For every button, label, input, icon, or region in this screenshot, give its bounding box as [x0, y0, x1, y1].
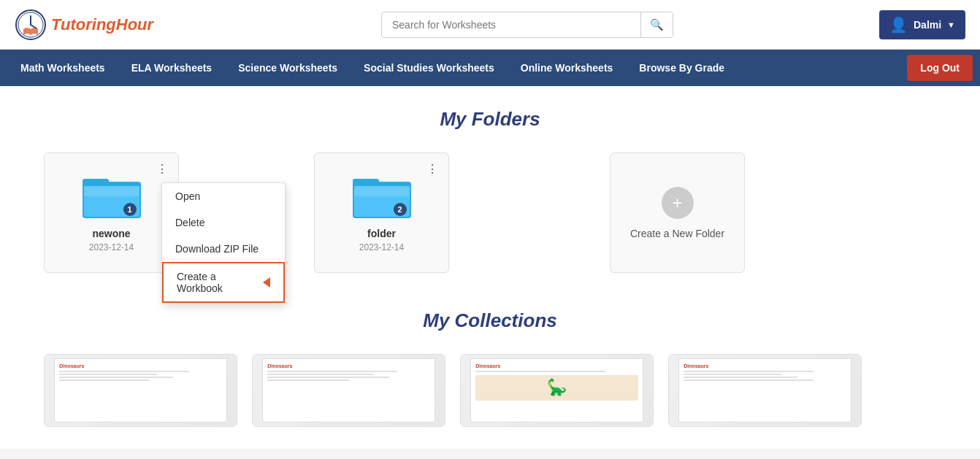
- context-menu-delete[interactable]: Delete: [162, 209, 285, 236]
- svg-rect-11: [354, 186, 410, 196]
- nav-item-science[interactable]: Science Worksheets: [225, 50, 351, 86]
- folder-name-1: newone: [92, 228, 130, 239]
- folder-badge-2: 2: [394, 203, 407, 216]
- collection-card-3[interactable]: Dinosaurs 🦕: [460, 354, 654, 427]
- worksheet-thumb-2: Dinosaurs: [262, 358, 435, 423]
- nav-item-ela[interactable]: ELA Worksheets: [118, 50, 225, 86]
- collections-row: Dinosaurs Dinosaurs: [44, 354, 936, 427]
- context-menu-workbook[interactable]: Create a Workbook: [162, 262, 285, 303]
- search-wrapper: 🔍: [381, 12, 673, 38]
- folder-card-2[interactable]: ⋮ 2 folder 2023-12-14: [314, 153, 449, 273]
- worksheet-thumb-3: Dinosaurs 🦕: [470, 358, 643, 423]
- user-icon: 👤: [889, 16, 908, 34]
- collection-inner-1: Dinosaurs: [45, 355, 237, 426]
- my-folders-section: My Folders ⋮ 1 newone 2023-12-14: [44, 108, 936, 273]
- workbook-arrow-icon: [263, 277, 270, 288]
- create-folder-card[interactable]: + Create a New Folder: [610, 153, 745, 273]
- worksheet-thumb-4: Dinosaurs: [678, 358, 851, 423]
- collection-inner-4: Dinosaurs: [669, 355, 861, 426]
- svg-rect-7: [84, 186, 139, 196]
- search-button[interactable]: 🔍: [640, 12, 673, 37]
- collection-inner-2: Dinosaurs: [253, 355, 445, 426]
- collections-title: My Collections: [44, 309, 936, 332]
- collection-card-2[interactable]: Dinosaurs: [252, 354, 445, 427]
- logo[interactable]: TutoringHour: [15, 9, 175, 41]
- logo-text: TutoringHour: [51, 15, 153, 34]
- search-input[interactable]: [382, 13, 640, 36]
- user-menu[interactable]: 👤 Dalmi ▼: [879, 10, 965, 39]
- folder-date-2: 2023-12-14: [359, 242, 404, 252]
- folder-date-1: 2023-12-14: [89, 242, 134, 252]
- collection-card-4[interactable]: Dinosaurs: [668, 354, 862, 427]
- plus-circle-icon: +: [662, 187, 694, 219]
- folder-icon-1: 1: [83, 173, 141, 220]
- nav-item-online[interactable]: Online Worksheets: [508, 50, 627, 86]
- main-nav: Math Worksheets ELA Worksheets Science W…: [0, 50, 980, 86]
- folders-row: ⋮ 1 newone 2023-12-14 Open Delete: [44, 153, 936, 273]
- logout-button[interactable]: Log Out: [907, 55, 973, 81]
- context-menu-open[interactable]: Open: [162, 183, 285, 209]
- main-content: My Folders ⋮ 1 newone 2023-12-14: [0, 86, 980, 449]
- nav-item-social[interactable]: Social Studies Worksheets: [351, 50, 508, 86]
- worksheet-thumb-1: Dinosaurs: [54, 358, 227, 423]
- user-name: Dalmi: [914, 19, 941, 31]
- folders-title: My Folders: [44, 108, 936, 131]
- collection-card-1[interactable]: Dinosaurs: [44, 354, 237, 427]
- collection-inner-3: Dinosaurs 🦕: [461, 355, 653, 426]
- nav-item-math[interactable]: Math Worksheets: [7, 50, 118, 86]
- folder-menu-button-2[interactable]: ⋮: [424, 161, 441, 177]
- folder-badge-1: 1: [123, 203, 137, 216]
- site-header: TutoringHour 🔍 👤 Dalmi ▼: [0, 0, 980, 50]
- search-area: 🔍: [175, 12, 879, 38]
- my-collections-section: My Collections Dinosaurs: [44, 309, 936, 427]
- folder-name-2: folder: [367, 228, 396, 239]
- context-menu-download[interactable]: Download ZIP File: [162, 236, 285, 262]
- logo-icon: [15, 9, 47, 41]
- nav-item-grade[interactable]: Browse By Grade: [626, 50, 738, 86]
- folder-menu-button-1[interactable]: ⋮: [153, 161, 171, 177]
- dino-icon: 🦕: [547, 378, 567, 397]
- folder-icon-2: 2: [353, 173, 411, 220]
- thumb-image-3: 🦕: [475, 375, 638, 401]
- caret-icon: ▼: [947, 20, 955, 29]
- create-folder-label: Create a New Folder: [630, 228, 724, 239]
- context-menu: Open Delete Download ZIP File Create a W…: [161, 182, 286, 304]
- folder-card-1[interactable]: ⋮ 1 newone 2023-12-14 Open Delete: [44, 153, 179, 273]
